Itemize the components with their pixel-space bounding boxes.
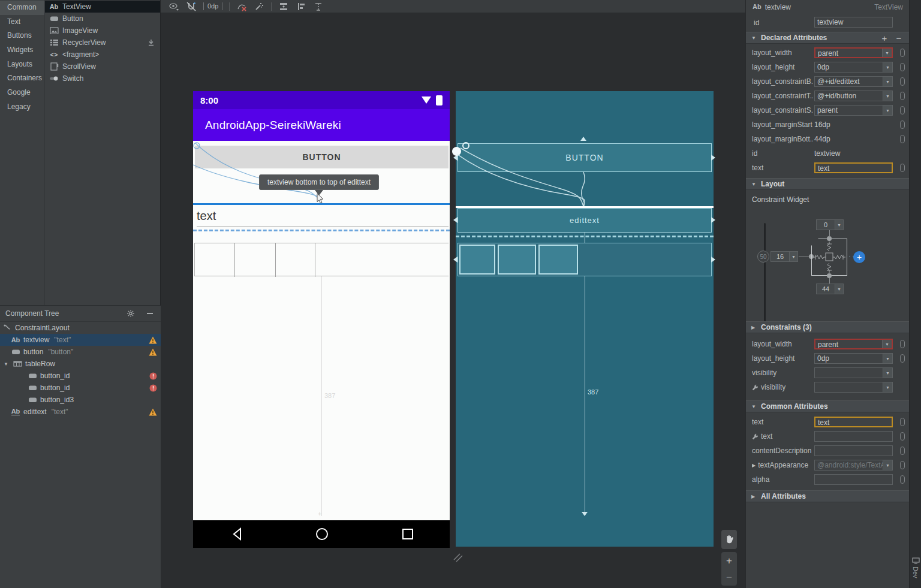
resize-handle[interactable]: [452, 551, 465, 565]
pick-resource-button[interactable]: [900, 77, 905, 86]
chevron-down-icon[interactable]: ▼: [883, 354, 892, 363]
common-attributes-section-header[interactable]: ▼ Common Attributes: [746, 400, 910, 412]
pick-resource-button[interactable]: [900, 418, 905, 426]
palette-category-containers[interactable]: Containers: [0, 71, 44, 86]
attr-field-contentdescription[interactable]: [814, 445, 893, 456]
pick-resource-button[interactable]: [900, 164, 905, 172]
blueprint-button-cell[interactable]: [498, 245, 536, 275]
margin-top-combo[interactable]: 0▼: [816, 219, 844, 230]
collapse-arrow-icon[interactable]: ▼: [2, 361, 10, 367]
declared-attributes-section-header[interactable]: ▼ Declared Attributes + −: [746, 32, 910, 44]
infer-constraints-icon[interactable]: [254, 2, 264, 11]
pick-resource-button[interactable]: [900, 106, 905, 114]
pick-resource-button[interactable]: [900, 447, 905, 455]
margin-start-combo[interactable]: 16▼: [770, 251, 798, 262]
palette-category-widgets[interactable]: Widgets: [0, 43, 44, 58]
design-surface[interactable]: 8:00 AndroidApp-SeirekiWareki BUTTON tex…: [193, 91, 450, 548]
id-field[interactable]: textview: [814, 17, 893, 28]
attr-field-layout-constraintb-[interactable]: @+id/edittext▼: [814, 76, 893, 87]
attr-field-layout-height[interactable]: 0dp▼: [814, 353, 893, 364]
all-attributes-section-header[interactable]: ▶ All Attributes: [746, 490, 910, 502]
attr-field-text[interactable]: [814, 431, 893, 442]
palette-item-button[interactable]: Button: [45, 13, 160, 25]
table-row-widget[interactable]: [194, 243, 449, 276]
blueprint-button-cell[interactable]: [538, 245, 578, 275]
attr-field-textappearance[interactable]: @android:style/TextA▼: [814, 460, 893, 471]
palette-category-google[interactable]: Google: [0, 86, 44, 100]
add-attribute-button[interactable]: +: [879, 33, 890, 43]
tree-item-button_id-5[interactable]: button_id: [0, 382, 161, 394]
pick-resource-button[interactable]: [900, 135, 905, 143]
attr-field-visibility[interactable]: ▼: [814, 367, 893, 378]
gear-icon[interactable]: [125, 309, 136, 318]
pick-resource-button[interactable]: [900, 63, 905, 71]
palette-item--fragment-[interactable]: <><fragment>: [45, 49, 160, 61]
pick-resource-button[interactable]: [900, 92, 905, 100]
zoom-in-button[interactable]: +: [726, 556, 732, 566]
device-tool-window-tab[interactable]: Dev: [910, 557, 921, 578]
tree-item-ConstraintLayout-0[interactable]: ConstraintLayout: [0, 322, 161, 334]
pick-resource-button[interactable]: [900, 461, 905, 469]
pick-resource-button[interactable]: [900, 340, 905, 348]
selected-constraint-edge[interactable]: [193, 203, 450, 205]
attr-field-layout-constraintt-[interactable]: @+id/button▼: [814, 91, 893, 101]
palette-item-imageview[interactable]: ImageView: [45, 25, 160, 37]
tree-item-button_id-4[interactable]: button_id: [0, 370, 161, 382]
palette-item-switch[interactable]: Switch: [45, 73, 160, 85]
attr-field-layout-width[interactable]: parent▼: [814, 47, 893, 58]
attr-field-alpha[interactable]: [814, 474, 893, 485]
chevron-down-icon[interactable]: ▼: [883, 105, 892, 115]
attr-field-visibility[interactable]: ▼: [814, 382, 893, 393]
view-options-icon[interactable]: [168, 2, 179, 11]
chevron-down-icon[interactable]: ▼: [835, 220, 843, 230]
pick-resource-button[interactable]: [900, 120, 905, 129]
download-icon[interactable]: [147, 38, 155, 47]
expand-arrow-icon[interactable]: ▶: [752, 463, 756, 468]
blueprint-edittext-widget[interactable]: edittext: [458, 208, 712, 233]
pick-resource-button[interactable]: [900, 49, 905, 57]
palette-category-common[interactable]: Common: [0, 1, 44, 15]
chevron-down-icon[interactable]: ▼: [835, 284, 843, 294]
palette-category-buttons[interactable]: Buttons: [0, 29, 44, 43]
clear-constraints-icon[interactable]: [236, 2, 247, 11]
back-icon[interactable]: [230, 527, 245, 541]
chevron-down-icon[interactable]: ▼: [883, 62, 892, 72]
attr-field-layout-height[interactable]: 0dp▼: [814, 62, 893, 73]
attr-field-layout-constraints-[interactable]: parent▼: [814, 105, 893, 116]
chevron-down-icon[interactable]: ▼: [882, 49, 892, 57]
recents-icon[interactable]: [401, 527, 415, 541]
hide-panel-icon[interactable]: [145, 309, 155, 318]
horizontal-bias-indicator[interactable]: 50: [757, 251, 769, 263]
attr-field-text[interactable]: text: [814, 162, 893, 173]
palette-item-recyclerview[interactable]: RecyclerView: [45, 37, 160, 49]
blueprint-table-row[interactable]: [458, 243, 712, 276]
vertical-bias-slider[interactable]: [764, 223, 766, 326]
chevron-down-icon[interactable]: ▼: [883, 382, 892, 392]
textview-widget[interactable]: text: [197, 209, 216, 223]
tree-item-button_id3-6[interactable]: button_id3: [0, 394, 161, 406]
chevron-down-icon[interactable]: ▼: [883, 91, 892, 101]
palette-item-textview[interactable]: AbTextView: [45, 1, 160, 13]
pick-resource-button[interactable]: [900, 475, 905, 484]
tree-item-button-2[interactable]: button"button": [0, 346, 161, 358]
chevron-down-icon[interactable]: ▼: [883, 368, 892, 378]
pick-resource-button[interactable]: [900, 432, 905, 441]
default-margins-button[interactable]: 0dp: [203, 2, 222, 10]
palette-category-legacy[interactable]: Legacy: [0, 100, 44, 114]
tree-item-tableRow-3[interactable]: ▼tableRow: [0, 358, 161, 370]
layout-section-header[interactable]: ▼ Layout: [746, 178, 910, 190]
palette-category-text[interactable]: Text: [0, 15, 44, 29]
blueprint-button-cell[interactable]: [459, 245, 495, 275]
chevron-down-icon[interactable]: ▼: [789, 252, 797, 261]
pack-icon[interactable]: [278, 2, 289, 11]
align-icon[interactable]: [296, 2, 306, 11]
autoconnect-off-icon[interactable]: [186, 2, 197, 11]
bottom-constraint-anchor[interactable]: [827, 273, 832, 278]
attr-field-text[interactable]: text: [814, 417, 893, 427]
tree-item-textview-1[interactable]: Abtextview"text": [0, 334, 161, 346]
add-end-constraint-button[interactable]: +: [853, 251, 865, 263]
home-icon[interactable]: [315, 527, 329, 541]
palette-category-layouts[interactable]: Layouts: [0, 58, 44, 72]
remove-attribute-button[interactable]: −: [893, 33, 904, 43]
zoom-out-button[interactable]: −: [726, 574, 732, 582]
